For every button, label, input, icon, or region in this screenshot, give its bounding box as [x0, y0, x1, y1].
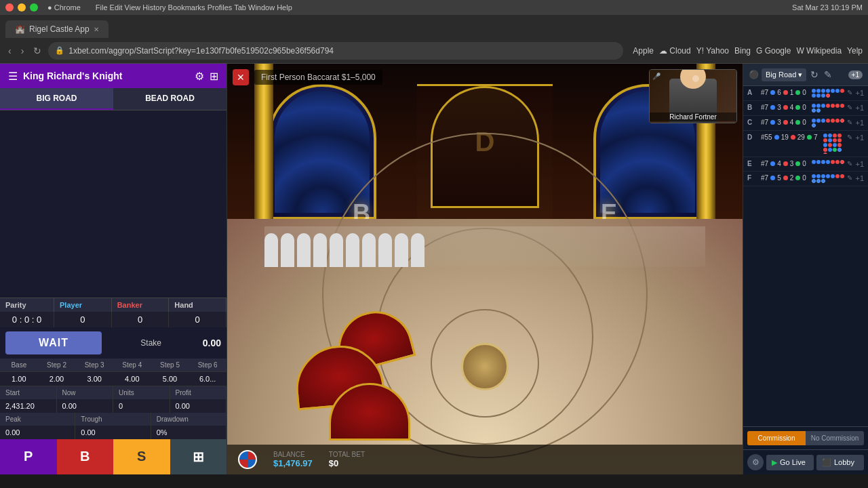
bg-chairs [264, 226, 705, 267]
rp-dot-blue-a [770, 90, 775, 95]
close-dot[interactable] [5, 3, 14, 12]
rp-red-count-b: 4 [790, 104, 794, 111]
rp-settings-circle[interactable]: ⚙ [747, 454, 764, 470]
rp-edit-f[interactable]: ✎ [847, 174, 852, 182]
lock-icon: 🔒 [55, 46, 64, 55]
rp-label-e: E [747, 160, 758, 167]
wait-button[interactable]: WAIT [5, 331, 102, 354]
reload-btn[interactable]: ↻ [31, 44, 44, 58]
settings-icon[interactable]: ⚙ [195, 70, 204, 83]
rp-plus-c[interactable]: +1 [855, 119, 864, 127]
profit-header: Profit [170, 386, 227, 399]
rp-refresh-icon[interactable]: ↻ [809, 68, 820, 81]
sidebar-header-icons: ⚙ ⊞ [195, 70, 218, 83]
hand-header: Hand [169, 298, 226, 312]
road-grid [0, 110, 226, 298]
step-2-value: 2.00 [38, 372, 76, 386]
rp-dot-red-d [791, 135, 795, 140]
rp-edit-b[interactable]: ✎ [847, 104, 852, 111]
rp-edit-e[interactable]: ✎ [847, 160, 852, 167]
trough-label: Trough [75, 413, 151, 426]
standby-button[interactable]: S [113, 439, 170, 474]
forward-btn[interactable]: › [18, 44, 27, 58]
maximize-dot[interactable] [30, 3, 38, 12]
rp-label-d: D [747, 134, 758, 141]
units-value: 0 [113, 399, 170, 413]
webcam-overlay: Richard Fortner 🎤 [649, 69, 737, 123]
webcam-glare [692, 75, 699, 82]
rp-edit-a[interactable]: ✎ [847, 89, 852, 96]
yahoo-bookmark[interactable]: Y! Yahoo [696, 46, 729, 56]
steps-values-row: 1.00 2.00 3.00 4.00 5.00 6.0... [0, 372, 226, 386]
go-live-label: Go Live [780, 458, 806, 466]
rp-edit-d[interactable]: ✎ [847, 134, 852, 141]
grid-icon[interactable]: ⊞ [210, 70, 218, 83]
game-close-button[interactable]: ✕ [233, 69, 249, 85]
total-bet-label: TOTAL BET [329, 451, 365, 458]
rp-row-f: F #7 5 2 0 ✎ [743, 171, 868, 186]
rp-plus-d[interactable]: +1 [855, 134, 864, 142]
commission-button[interactable]: Commission [747, 431, 806, 445]
rp-mini-grid-a [812, 89, 845, 98]
chip-icon [238, 450, 257, 469]
peak-label: Peak [0, 413, 75, 426]
rp-mini-grid-f [812, 174, 845, 183]
address-bar[interactable]: 🔒 1xbet.com/aggrop/StartScript?key=1e130… [48, 42, 623, 60]
rp-dot-green-f [795, 176, 800, 180]
bing-bookmark[interactable]: Bing [734, 46, 751, 56]
lobby-button[interactable]: ⬛ Lobby [816, 455, 864, 470]
active-tab[interactable]: 🏰 Rigel Castle App ✕ [5, 20, 108, 38]
rp-green-count-c: 0 [802, 119, 806, 126]
google-bookmark[interactable]: G Google [756, 46, 791, 56]
grid-menu-button[interactable]: ⊞ [170, 439, 227, 474]
drawdown-value: 0% [151, 426, 226, 439]
no-commission-button[interactable]: No Commission [806, 431, 864, 445]
go-live-button[interactable]: ▶ Go Live [766, 455, 814, 470]
back-btn[interactable]: ‹ [5, 44, 14, 58]
bead-road-tab[interactable]: BEAD ROAD [113, 88, 226, 110]
rp-dot-blue-e [770, 161, 775, 166]
rp-blue-count-e: 4 [777, 160, 781, 167]
road-tabs: BIG ROAD BEAD ROAD [0, 88, 226, 110]
rp-plus-b[interactable]: +1 [855, 104, 864, 112]
big-road-tab[interactable]: BIG ROAD [0, 88, 113, 110]
minimize-dot[interactable] [18, 3, 26, 12]
banker-header: Banker [112, 298, 170, 312]
right-panel-header: ⚫ Big Road ▾ ↻ ✎ +1 [743, 64, 868, 86]
player-header: Player [54, 298, 112, 312]
lobby-label: Lobby [834, 458, 854, 466]
step-6-value: 6.0... [189, 372, 226, 386]
rp-edit-c[interactable]: ✎ [847, 119, 852, 126]
metrics-values: 2,431.20 0.00 0 0.00 [0, 399, 226, 413]
rp-plus-e[interactable]: +1 [855, 160, 864, 168]
address-text: 1xbet.com/aggrop/StartScript?key=1e130f7… [68, 46, 334, 56]
menu-items: File Edit View History Bookmarks Profile… [96, 3, 292, 12]
cloud-bookmark[interactable]: ☁ Cloud [659, 46, 691, 56]
rp-count-f: #7 [761, 174, 768, 182]
banker-bet-button[interactable]: B [57, 439, 114, 474]
drawdown-label: Drawdown [151, 413, 226, 426]
rp-red-count-c: 4 [790, 119, 794, 126]
apple-bookmark[interactable]: Apple [633, 46, 654, 56]
balance-value: $1,476.97 [273, 458, 313, 468]
rp-dot-blue-c [770, 120, 775, 125]
balance-section: BALANCE $1,476.97 [273, 451, 313, 468]
road-selector-dropdown[interactable]: Big Road ▾ [762, 68, 806, 81]
peak-values: 0.00 0.00 0% [0, 426, 226, 439]
tab-close-icon[interactable]: ✕ [94, 26, 99, 33]
rp-edit-icon[interactable]: ✎ [823, 68, 833, 81]
rp-count-a: #7 [761, 89, 768, 96]
start-header: Start [0, 386, 57, 399]
yelp-bookmark[interactable]: Yelp [847, 46, 863, 56]
game-title-badge: First Person Baccarat $1–5,000 [254, 70, 382, 85]
stats-values: 0 : 0 : 0 0 0 0 [0, 312, 226, 327]
rp-green-count-f: 0 [802, 174, 806, 182]
rp-red-count-f: 2 [790, 174, 794, 182]
wikipedia-bookmark[interactable]: W Wikipedia [796, 46, 842, 56]
rp-plus-f[interactable]: +1 [855, 174, 864, 182]
menu-icon[interactable]: ☰ [8, 70, 18, 83]
rp-plus-a[interactable]: +1 [855, 89, 864, 97]
player-bet-button[interactable]: P [0, 439, 57, 474]
parity-header: Parity [0, 298, 54, 312]
rp-blue-count-d: 19 [781, 134, 789, 141]
